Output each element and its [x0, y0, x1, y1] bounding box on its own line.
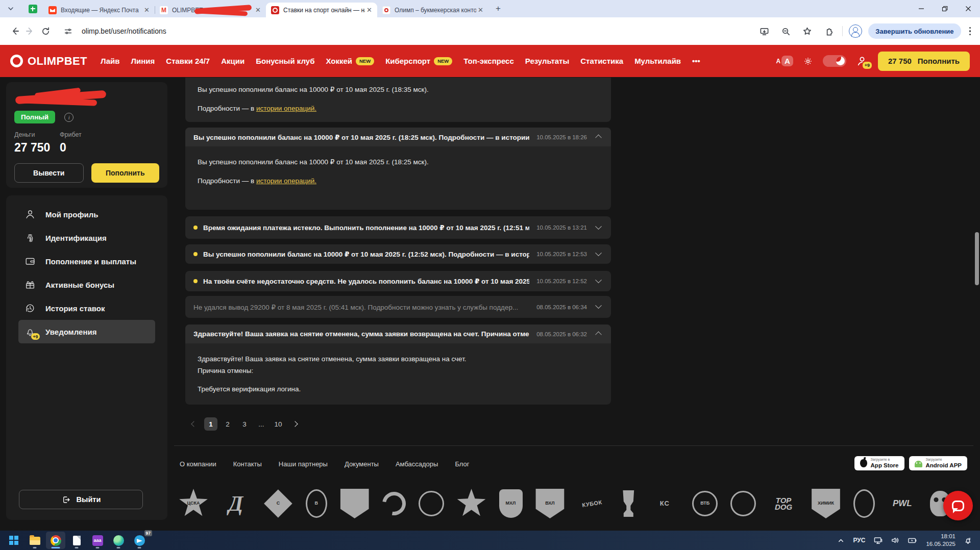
- chevron-up-icon[interactable]: [595, 332, 602, 338]
- close-window-button[interactable]: [957, 0, 980, 17]
- language-indicator[interactable]: РУС: [853, 537, 865, 544]
- extensions-icon[interactable]: [821, 23, 836, 39]
- app-store-button[interactable]: Загрузите в App Store: [854, 456, 904, 470]
- chevron-down-icon[interactable]: [595, 223, 602, 230]
- battery-icon[interactable]: [908, 537, 917, 544]
- pagination-page[interactable]: 10: [272, 417, 285, 431]
- browser-menu-icon[interactable]: [967, 27, 973, 36]
- footer-link[interactable]: О компании: [180, 460, 216, 468]
- notification-collapsed[interactable]: Вы успешно пополнили баланс на 10000 ₽ о…: [185, 244, 611, 264]
- chevron-down-icon[interactable]: [595, 249, 602, 256]
- operations-history-link[interactable]: истории операций.: [256, 177, 316, 185]
- nav-item[interactable]: Хоккей NEW: [326, 57, 374, 65]
- nav-item[interactable]: Киберспорт NEW: [385, 57, 452, 65]
- zoom-icon[interactable]: [778, 23, 793, 39]
- speaker-icon[interactable]: [891, 537, 899, 544]
- dark-mode-toggle[interactable]: [823, 55, 846, 67]
- sidebar-menu-item[interactable]: Пополнение и выплаты: [18, 249, 155, 273]
- telegram-button[interactable]: 97: [130, 532, 149, 549]
- chrome-button[interactable]: [46, 532, 65, 549]
- logout-button[interactable]: Выйти: [19, 490, 143, 509]
- minimize-button[interactable]: [910, 0, 933, 17]
- notification-header[interactable]: Здравствуйте! Ваша заявка на снятие отме…: [185, 324, 611, 343]
- nav-item[interactable]: Мультилайв: [634, 57, 681, 65]
- tab-close-icon[interactable]: ✕: [476, 6, 485, 14]
- nav-item[interactable]: Топ-экспресс: [463, 57, 513, 65]
- tray-chevron-icon[interactable]: [838, 537, 844, 544]
- olimpbet-logo[interactable]: OLIMPBET: [10, 55, 87, 68]
- restore-button[interactable]: [933, 0, 957, 17]
- new-tab-button[interactable]: +: [492, 2, 505, 15]
- nav-item[interactable]: Результаты: [525, 57, 569, 65]
- notification-bell-icon[interactable]: [964, 537, 972, 544]
- profile-avatar[interactable]: [849, 24, 862, 38]
- notification-collapsed[interactable]: Не удался вывод 29200 ₽ от 8 мая 2025 г.…: [185, 296, 611, 318]
- sidebar-menu-item[interactable]: История ставок: [18, 296, 155, 320]
- notification-collapsed[interactable]: Время ожидания платежа истекло. Выполнит…: [185, 216, 611, 239]
- page-scrollbar-thumb[interactable]: [975, 232, 979, 285]
- start-button[interactable]: [4, 532, 23, 549]
- notification-header[interactable]: Вы успешно пополнили баланс на 10000 ₽ о…: [185, 128, 611, 146]
- nav-item[interactable]: •••: [692, 57, 700, 65]
- tab-close-icon[interactable]: ✕: [254, 6, 262, 14]
- file-explorer-button[interactable]: [25, 532, 44, 549]
- nav-item-label: Результаты: [525, 57, 569, 65]
- url-text[interactable]: olimp.bet/user/notifications: [82, 27, 166, 35]
- balance-deposit-button[interactable]: 27 750 Пополнить: [878, 52, 970, 71]
- tab-close-icon[interactable]: ✕: [365, 6, 374, 14]
- nav-item[interactable]: Ставки 24/7: [166, 57, 210, 65]
- chevron-down-icon[interactable]: [595, 277, 602, 283]
- footer-link[interactable]: Документы: [345, 460, 379, 468]
- live-chat-button[interactable]: [943, 491, 973, 520]
- site-info-icon[interactable]: [60, 23, 76, 39]
- browser-tab[interactable]: Олимп – букмекерская конто ✕: [377, 3, 488, 17]
- browser-tab[interactable]: Входящие — Яндекс Почта ✕: [43, 3, 155, 17]
- back-icon[interactable]: [7, 23, 22, 39]
- operations-history-link[interactable]: истории операций.: [256, 105, 316, 112]
- edge-button[interactable]: [109, 532, 128, 549]
- footer-link[interactable]: Контакты: [233, 460, 262, 468]
- display-icon[interactable]: [874, 537, 883, 544]
- forward-icon[interactable]: [22, 23, 38, 39]
- footer-link[interactable]: Амбассадоры: [396, 460, 438, 468]
- pagination-page[interactable]: 1: [204, 417, 217, 431]
- tab-search-chevron-icon[interactable]: [4, 2, 17, 15]
- sidebar-menu-item[interactable]: Идентификация: [18, 226, 155, 249]
- header-profile-icon[interactable]: +9: [856, 55, 868, 67]
- send-to-device-icon[interactable]: [756, 23, 772, 39]
- notification-collapsed[interactable]: На твоём счёте недостаточно средств. Не …: [185, 271, 611, 291]
- browser-tab[interactable]: Ставки на спорт онлайн — на ✕: [266, 3, 377, 17]
- nav-item[interactable]: Акции: [221, 57, 244, 65]
- info-icon[interactable]: i: [64, 113, 74, 122]
- finish-update-button[interactable]: Завершить обновление: [868, 23, 961, 39]
- nav-item[interactable]: Бонусный клуб: [256, 57, 314, 65]
- sidebar-menu-item[interactable]: +9 Уведомления: [18, 320, 155, 343]
- browser-tab[interactable]: OLIMPBET - ✕: [155, 3, 266, 17]
- aaa-app-button[interactable]: aaa: [88, 532, 107, 549]
- font-size-toggle[interactable]: A A: [776, 56, 793, 66]
- withdraw-button[interactable]: Вывести: [14, 163, 84, 183]
- bookmark-star-icon[interactable]: [799, 23, 815, 39]
- notepad-button[interactable]: [67, 532, 86, 549]
- chevron-down-icon[interactable]: [595, 302, 602, 309]
- pagination-prev-icon[interactable]: [187, 417, 201, 431]
- pagination-next-icon[interactable]: [288, 417, 302, 431]
- tab-close-icon[interactable]: ✕: [142, 6, 151, 14]
- sheets-favicon[interactable]: [29, 5, 37, 13]
- nav-item[interactable]: Лайв: [101, 57, 120, 65]
- deposit-button[interactable]: Пополнить: [91, 163, 160, 183]
- chevron-up-icon[interactable]: [595, 135, 602, 141]
- omnibox[interactable]: olimp.bet/user/notifications: [60, 23, 756, 39]
- sidebar-menu-item[interactable]: Мой профиль: [18, 203, 155, 226]
- pagination-page[interactable]: 3: [238, 417, 251, 431]
- android-app-button[interactable]: Загрузите Android APP: [909, 456, 968, 470]
- reload-icon[interactable]: [38, 23, 53, 39]
- nav-item[interactable]: Линия: [131, 57, 155, 65]
- settings-gear-icon[interactable]: [803, 56, 813, 66]
- footer-link[interactable]: Наши партнеры: [279, 460, 328, 468]
- clock[interactable]: 18:01 16.05.2025: [926, 533, 955, 548]
- nav-item[interactable]: Статистика: [580, 57, 623, 65]
- sidebar-menu-item[interactable]: Активные бонусы: [18, 273, 155, 296]
- pagination-page[interactable]: 2: [221, 417, 234, 431]
- footer-link[interactable]: Блог: [455, 460, 469, 468]
